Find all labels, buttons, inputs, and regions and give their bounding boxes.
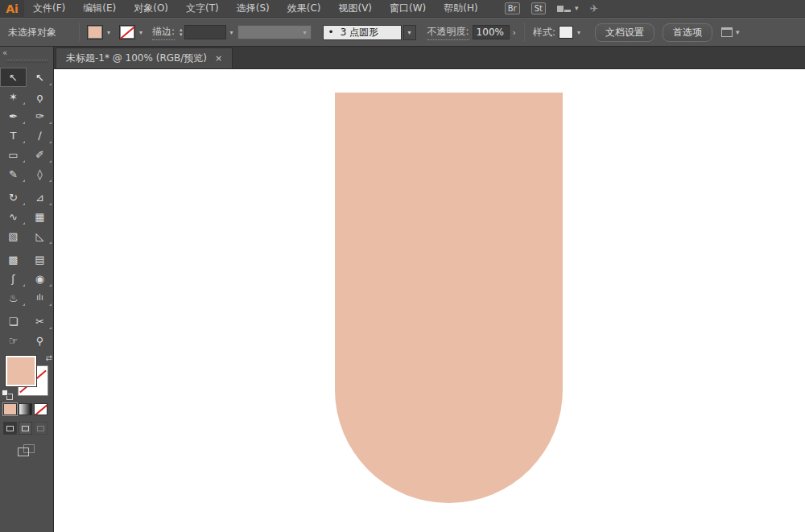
stroke-color-control[interactable]: ▾ [119,25,147,39]
stroke-none-swatch[interactable] [119,25,135,39]
color-button[interactable] [3,403,17,415]
shape-builder-tool[interactable]: ▧ [0,226,27,245]
rectangle-tool[interactable]: ▭ [0,145,27,164]
fill-proxy[interactable] [5,355,37,387]
eraser-tool[interactable]: ◊ [27,164,53,184]
brush-name: 3 点圆形 [341,26,378,39]
bridge-button[interactable]: Br [505,2,520,14]
slice-icon: ✂ [35,316,44,327]
direct-selection-tool[interactable]: ↖ [27,68,53,87]
document-setup-button[interactable]: 文档设置 [595,23,654,42]
ink-pen-tool[interactable]: ✑ [27,106,53,126]
paint-mode-buttons [0,403,54,415]
menu-select[interactable]: 选择(S) [228,0,279,18]
rectangle-icon: ▭ [8,150,18,160]
gradient-tool[interactable]: ▤ [27,250,53,269]
menu-file[interactable]: 文件(F) [24,0,74,18]
opacity-label[interactable]: 不透明度: [427,25,469,40]
mesh-tool[interactable]: ▩ [0,250,27,269]
width-icon: ∿ [9,212,18,222]
menu-edit[interactable]: 编辑(E) [74,0,125,18]
tools-grid: ↖ ↖ ✶ ϙ ✒ ✑ T ∕ ▭ ✐ ✎ ◊ ↻ ⊿ ∿ ▦ ▧ ◺ ▩ ▤ … [0,68,54,350]
default-fill-stroke-icon[interactable] [2,390,13,400]
close-icon[interactable]: × [215,53,222,64]
mesh-icon: ▩ [8,254,18,265]
menu-object[interactable]: 对象(O) [125,0,177,18]
artboard-tool[interactable]: ❏ [0,311,27,331]
menu-window[interactable]: 窗口(W) [381,0,435,18]
opacity-options-button[interactable]: › [510,27,519,38]
divider [79,23,80,42]
draw-normal-icon [6,426,14,431]
fill-color-swatch[interactable] [87,25,103,39]
gradient-button[interactable] [19,403,32,415]
opacity-input[interactable]: 100% [473,25,510,39]
align-options[interactable]: ▾ [721,27,740,37]
menu-view[interactable]: 视图(V) [329,0,381,18]
chevron-down-icon: ▾ [575,5,579,12]
draw-behind-button[interactable] [19,422,32,435]
pencil-tool[interactable]: ✎ [0,164,27,184]
column-graph-tool[interactable]: ılı [27,288,53,307]
zoom-tool[interactable]: ⚲ [27,331,53,350]
brush-dropdown-button[interactable]: ▾ [403,25,416,40]
brush-definition-dropdown[interactable]: • 3 点圆形 [323,25,402,40]
eyedropper-tool[interactable]: ʃ [0,269,27,288]
stroke-weight-label[interactable]: 描边: [152,25,175,40]
magic-wand-tool[interactable]: ✶ [0,87,27,106]
default-fill-square [2,390,8,396]
menu-bar: Ai 文件(F) 编辑(E) 对象(O) 文字(T) 选择(S) 效果(C) 视… [0,0,805,18]
lasso-tool[interactable]: ϙ [27,87,53,106]
preferences-button[interactable]: 首选项 [663,23,712,42]
menu-type[interactable]: 文字(T) [177,0,228,18]
draw-inside-button[interactable] [34,422,47,435]
scale-tool[interactable]: ⊿ [27,188,53,207]
collapse-panel-button[interactable]: « [2,48,7,57]
slice-tool[interactable]: ✂ [27,311,53,331]
draw-normal-button[interactable] [3,422,17,435]
type-tool[interactable]: T [0,126,27,145]
line-segment-tool[interactable]: ∕ [27,126,53,145]
control-bar: 未选择对象 ▾ ▾ 描边: ▴ ▾ ▾ ▾ • 3 点圆形 ▾ 不透明度: 10… [0,18,805,47]
symbol-sprayer-tool[interactable]: ♨ [0,288,27,307]
style-swatch[interactable] [559,26,573,39]
cs-live-icon[interactable]: ✈ [589,2,598,14]
none-button[interactable] [34,403,47,415]
paintbrush-icon: ✐ [35,150,44,160]
chevron-down-icon[interactable]: ▾ [226,25,237,39]
blend-tool[interactable]: ◉ [27,269,53,288]
rotate-tool[interactable]: ↻ [0,188,27,207]
width-tool[interactable]: ∿ [0,207,27,226]
swap-fill-stroke-icon[interactable]: ⇄ [46,353,52,362]
screen-mode-front-rect [18,447,29,456]
selection-tool[interactable]: ↖ [0,68,27,87]
stroke-weight-dropdown[interactable] [184,25,226,39]
line-segment-icon: ∕ [38,130,41,141]
chevron-down-icon[interactable]: ▾ [573,25,584,39]
workspace-switcher[interactable]: ▾ [557,3,579,14]
column-graph-icon: ılı [36,294,43,302]
panel-drag-grip[interactable] [6,60,47,63]
pen-tool[interactable]: ✒ [0,106,27,126]
brush-dot-icon: • [328,27,334,38]
stroke-weight-stepper[interactable]: ▴ ▾ [180,27,183,37]
chevron-down-icon: ▾ [299,25,311,39]
menu-effect[interactable]: 效果(C) [279,0,330,18]
stock-button[interactable]: St [531,2,546,14]
document-tab[interactable]: 未标题-1* @ 100% (RGB/预览) × [56,47,233,68]
rounded-bottom-shape[interactable] [335,93,563,503]
artboard-canvas[interactable] [54,69,805,532]
chevron-down-icon: ▾ [736,29,740,36]
chevron-down-icon[interactable]: ▾ [135,25,147,39]
fill-color-control[interactable]: ▾ [87,25,114,39]
menu-help[interactable]: 帮助(H) [435,0,486,18]
chevron-down-icon[interactable]: ▾ [103,25,114,39]
perspective-grid-tool[interactable]: ◺ [27,226,53,245]
stepper-down-icon[interactable]: ▾ [180,32,183,37]
paintbrush-tool[interactable]: ✐ [27,145,53,164]
lasso-icon: ϙ [37,92,43,102]
free-transform-tool[interactable]: ▦ [27,207,53,226]
perspective-grid-icon: ◺ [36,231,44,241]
hand-tool[interactable]: ☞ [0,331,27,350]
change-screen-mode-button[interactable] [18,444,35,458]
